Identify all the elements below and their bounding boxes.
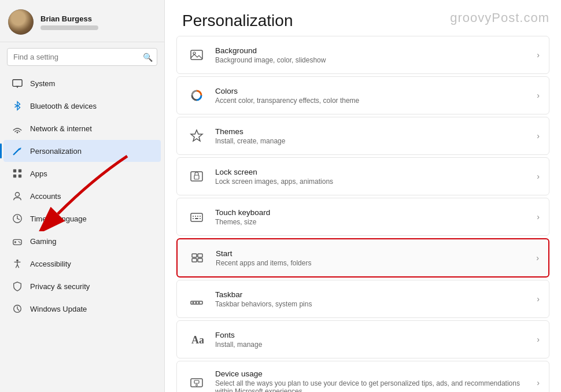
- start-title: Start: [216, 249, 532, 258]
- sidebar-label-bluetooth: Bluetooth & devices: [30, 102, 97, 110]
- themes-icon: [186, 125, 207, 146]
- lockscreen-chevron: ›: [537, 172, 540, 181]
- gaming-nav-icon: [12, 235, 23, 247]
- sidebar-item-personalization[interactable]: Personalization: [3, 140, 161, 162]
- fonts-icon: Aa: [186, 329, 207, 350]
- sidebar-label-time: Time & language: [30, 215, 87, 223]
- svg-rect-35: [192, 254, 197, 257]
- svg-rect-8: [19, 169, 21, 172]
- colors-icon: [186, 85, 207, 106]
- touchkeyboard-text: Touch keyboardThemes, size: [215, 208, 532, 226]
- time-nav-icon: [12, 213, 23, 224]
- avatar: [8, 9, 34, 35]
- start-text: StartRecent apps and items, folders: [216, 249, 532, 267]
- taskbar-chevron: ›: [537, 294, 540, 304]
- background-chevron: ›: [537, 50, 540, 60]
- sidebar-item-gaming[interactable]: Gaming: [3, 230, 161, 252]
- lockscreen-title: Lock screen: [215, 168, 532, 176]
- sidebar-item-bluetooth[interactable]: Bluetooth & devices: [3, 95, 161, 117]
- search-input[interactable]: [7, 48, 157, 66]
- touchkeyboard-chevron: ›: [537, 212, 540, 221]
- sidebar-item-accounts[interactable]: Accounts: [3, 185, 161, 207]
- svg-rect-37: [192, 258, 197, 262]
- deviceusage-title: Device usage: [215, 369, 532, 378]
- svg-rect-7: [13, 169, 16, 172]
- sidebar-label-personalization: Personalization: [30, 147, 82, 156]
- sidebar-item-privacy[interactable]: Privacy & security: [3, 275, 161, 297]
- taskbar-title: Taskbar: [215, 290, 532, 299]
- svg-rect-22: [191, 50, 202, 60]
- colors-title: Colors: [215, 87, 532, 95]
- sidebar-item-update[interactable]: Windows Update: [3, 298, 161, 320]
- background-icon: [186, 45, 207, 65]
- settings-item-lockscreen[interactable]: Lock screenLock screen images, apps, ani…: [176, 157, 549, 195]
- search-box[interactable]: 🔍: [7, 48, 157, 66]
- settings-item-taskbar[interactable]: TaskbarTaskbar behaviors, system pins›: [176, 280, 549, 318]
- svg-rect-26: [194, 175, 199, 179]
- accounts-nav-icon: [12, 190, 23, 202]
- accessibility-nav-icon: [12, 258, 23, 269]
- colors-text: ColorsAccent color, transparency effects…: [215, 87, 532, 105]
- sidebar-label-accessibility: Accessibility: [30, 260, 71, 268]
- system-nav-icon: [12, 77, 23, 89]
- main-content: Personalization groovyPost.com Backgroun…: [165, 0, 561, 392]
- svg-rect-44: [191, 379, 202, 387]
- svg-rect-36: [198, 254, 202, 257]
- lockscreen-text: Lock screenLock screen images, apps, ani…: [215, 168, 532, 186]
- settings-item-touchkeyboard[interactable]: Touch keyboardThemes, size›: [176, 198, 549, 236]
- start-desc: Recent apps and items, folders: [216, 259, 532, 267]
- taskbar-text: TaskbarTaskbar behaviors, system pins: [215, 290, 532, 308]
- active-indicator: [0, 143, 2, 158]
- svg-point-19: [20, 242, 21, 243]
- sidebar-item-time[interactable]: Time & language: [3, 208, 161, 230]
- svg-point-18: [19, 241, 20, 242]
- colors-desc: Accent color, transparency effects, colo…: [215, 97, 532, 105]
- settings-item-deviceusage[interactable]: Device usageSelect all the ways you plan…: [176, 361, 549, 392]
- sidebar-item-apps[interactable]: Apps: [3, 162, 161, 184]
- svg-point-45: [196, 384, 198, 386]
- svg-point-11: [15, 193, 19, 197]
- sidebar-label-apps: Apps: [30, 169, 47, 178]
- settings-item-background[interactable]: BackgroundBackground image, color, slide…: [176, 36, 549, 74]
- sidebar-label-network: Network & internet: [30, 124, 92, 133]
- svg-text:Aa: Aa: [191, 334, 204, 346]
- start-icon: [187, 247, 208, 268]
- settings-list: BackgroundBackground image, color, slide…: [165, 36, 561, 392]
- settings-item-colors[interactable]: ColorsAccent color, transparency effects…: [176, 76, 549, 114]
- sidebar-item-accessibility[interactable]: Accessibility: [3, 253, 161, 275]
- settings-item-start[interactable]: StartRecent apps and items, folders›: [176, 238, 549, 278]
- settings-item-fonts[interactable]: AaFontsInstall, manage›: [176, 320, 549, 358]
- svg-line-14: [17, 219, 20, 220]
- touchkeyboard-icon: [186, 206, 207, 227]
- themes-title: Themes: [215, 127, 532, 136]
- user-info: Brian Burgess: [40, 14, 98, 30]
- svg-rect-10: [19, 175, 21, 177]
- taskbar-icon: [186, 289, 207, 309]
- user-profile[interactable]: Brian Burgess: [0, 0, 164, 42]
- settings-item-themes[interactable]: ThemesInstall, create, manage›: [176, 117, 549, 155]
- deviceusage-desc: Select all the ways you plan to use your…: [215, 379, 532, 392]
- svg-rect-27: [191, 213, 202, 221]
- svg-point-41: [195, 302, 197, 304]
- user-name: Brian Burgess: [40, 14, 98, 23]
- svg-rect-46: [194, 380, 199, 383]
- sidebar-label-privacy: Privacy & security: [30, 282, 90, 291]
- sidebar-label-gaming: Gaming: [30, 237, 57, 246]
- fonts-desc: Install, manage: [215, 341, 532, 349]
- sidebar-item-network[interactable]: Network & internet: [3, 117, 161, 139]
- sidebar: Brian Burgess 🔍 SystemBluetooth & device…: [0, 0, 165, 392]
- apps-nav-icon: [12, 168, 23, 179]
- privacy-nav-icon: [12, 280, 23, 292]
- fonts-chevron: ›: [537, 335, 540, 344]
- deviceusage-chevron: ›: [537, 378, 540, 387]
- taskbar-desc: Taskbar behaviors, system pins: [215, 300, 532, 308]
- svg-rect-25: [191, 172, 202, 181]
- deviceusage-icon: [186, 372, 207, 393]
- fonts-text: FontsInstall, manage: [215, 331, 532, 349]
- svg-point-20: [16, 260, 19, 262]
- sidebar-label-update: Windows Update: [30, 305, 87, 313]
- sidebar-item-system[interactable]: System: [3, 72, 161, 94]
- sidebar-label-accounts: Accounts: [30, 192, 61, 201]
- themes-text: ThemesInstall, create, manage: [215, 127, 532, 145]
- deviceusage-text: Device usageSelect all the ways you plan…: [215, 369, 532, 392]
